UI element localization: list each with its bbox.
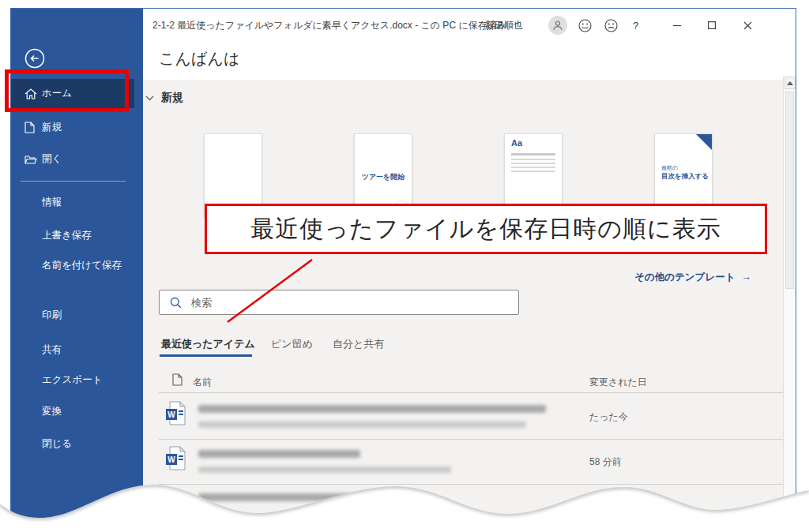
template-label: Aa: [511, 138, 522, 148]
sidebar-item-print[interactable]: 印刷: [11, 308, 137, 322]
file-type-icon: [172, 373, 182, 388]
word-document-icon: W: [165, 490, 186, 515]
tab-pinned[interactable]: ピン留め: [271, 337, 313, 351]
sidebar-item-open[interactable]: 開く: [11, 145, 143, 172]
sidebar-item-label: 新規: [42, 121, 62, 134]
sidebar-item-new[interactable]: 新規: [11, 114, 143, 140]
open-folder-icon: [24, 154, 42, 164]
file-row-3[interactable]: W: [159, 485, 796, 532]
annotation-callout-box: 最近使ったファイルを保存日時の順に表示: [205, 204, 767, 254]
modified-date: 58 分前: [589, 455, 622, 469]
redacted-filepath: [198, 421, 526, 428]
column-header-date-modified[interactable]: 変更された日: [589, 376, 647, 389]
column-header-name[interactable]: 名前: [193, 376, 212, 389]
template-label: ツアーを開始: [355, 172, 412, 182]
tab-recent[interactable]: 最近使ったアイテム: [161, 337, 255, 351]
vertical-scrollbar[interactable]: [783, 76, 796, 532]
account-avatar[interactable]: [548, 17, 567, 34]
svg-text:W: W: [167, 410, 175, 419]
greeting-text: こんばんは: [159, 48, 239, 69]
maximize-icon: [708, 21, 716, 29]
search-input[interactable]: [190, 296, 490, 309]
new-document-icon: [24, 122, 42, 133]
search-box[interactable]: [159, 290, 519, 315]
sidebar-item-save-as[interactable]: 名前を付けて保存: [11, 258, 130, 272]
minimize-icon: [673, 21, 681, 29]
template-label-small: 最初の: [661, 164, 678, 172]
redacted-filepath: [198, 466, 451, 473]
svg-text:W: W: [167, 500, 175, 508]
list-divider: [159, 392, 796, 393]
sidebar-item-info[interactable]: 情報: [11, 195, 137, 209]
back-arrow-icon: [24, 48, 45, 69]
corner-ribbon: [696, 134, 712, 150]
sidebar-item-close[interactable]: 閉じる: [11, 436, 137, 451]
scrollbar-thumb[interactable]: [785, 92, 794, 289]
word-backstage-screenshot: ホーム 新規 開く 情報 上書き保存 名前を付けて保存 印刷 共有 エクスポート: [0, 0, 809, 532]
right-arrow-icon: →: [742, 272, 752, 283]
help-button[interactable]: ?: [633, 17, 638, 34]
frown-icon: [604, 19, 618, 32]
sidebar-item-export[interactable]: エクスポート: [11, 373, 137, 387]
minimize-button[interactable]: [665, 17, 689, 34]
scroll-up-button[interactable]: [785, 77, 796, 89]
redacted-filename: [198, 450, 360, 458]
sidebar-item-share[interactable]: 共有: [11, 343, 137, 357]
word-document-icon: W: [165, 446, 186, 470]
word-document-icon: W: [165, 401, 186, 425]
person-icon: [548, 16, 567, 35]
search-icon: [170, 297, 182, 309]
smiley-icon: [578, 19, 592, 32]
file-row-2[interactable]: W 58 分前: [159, 440, 796, 484]
modified-date: たった今: [589, 410, 628, 424]
sidebar-item-save[interactable]: 上書き保存: [11, 228, 137, 242]
account-name: 新田順也: [485, 17, 523, 34]
svg-text:W: W: [167, 455, 175, 464]
file-row-1[interactable]: W たった今: [159, 395, 796, 439]
close-button[interactable]: [736, 17, 759, 34]
redacted-filename: [198, 493, 404, 501]
sidebar-divider: [21, 181, 126, 182]
tab-shared-with-me[interactable]: 自分と共有: [333, 337, 384, 351]
document-title: 2-1-2 最近使ったファイルやフォルダに素早くアクセス.docx - この P…: [152, 19, 506, 32]
sidebar-item-transform[interactable]: 変換: [11, 404, 137, 418]
template-label: 目次を挿入する: [661, 172, 709, 182]
new-section-header[interactable]: 新規: [145, 91, 183, 105]
back-button[interactable]: [24, 48, 45, 69]
annotation-highlight-box: [5, 69, 129, 112]
maximize-button[interactable]: [700, 17, 724, 34]
redacted-filename: [198, 405, 546, 413]
more-templates-link[interactable]: その他のテンプレート→: [634, 271, 751, 284]
chevron-down-icon: [145, 96, 154, 101]
annotation-callout-text: 最近使ったファイルを保存日時の順に表示: [250, 213, 721, 245]
sidebar-item-label: 開く: [42, 152, 62, 166]
active-tab-underline: [160, 354, 252, 357]
close-icon: [743, 21, 752, 30]
triangle-up-icon: [787, 81, 793, 85]
feedback-dislike-button[interactable]: [604, 17, 618, 34]
new-section-title: 新規: [161, 91, 183, 105]
feedback-like-button[interactable]: [578, 17, 592, 34]
